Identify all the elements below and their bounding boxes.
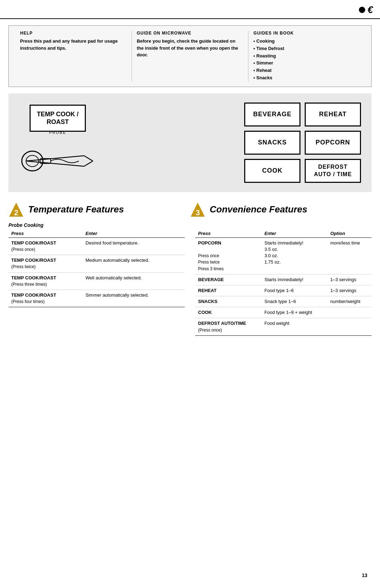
press-cell: TEMP COOK/ROAST (Press once) (8, 237, 83, 255)
pad-left: TEMP COOK /ROAST PROBE (19, 105, 96, 180)
press-cell: BEVERAGE (195, 274, 262, 285)
option-cell: 1–3 servings (328, 285, 372, 296)
press-header: Press (8, 229, 83, 238)
beverage-button[interactable]: BEVERAGE (244, 103, 300, 126)
guide-microwave-title: GUIDE ON MICROWAVE (137, 31, 243, 36)
section2-header: 2 Temperature Features (8, 198, 190, 219)
enter-cell: Starts immediately! 3.5 oz. 3.0 oz. 1.75… (262, 237, 328, 274)
cook-button[interactable]: COOK (244, 159, 300, 183)
press-sub: (Press once) (198, 328, 222, 333)
svg-line-0 (26, 156, 84, 161)
logo-dot (359, 7, 365, 13)
table-row: TEMP COOK/ROAST (Press once) Desired foo… (8, 237, 185, 255)
svg-line-3 (84, 161, 93, 166)
reheat-button[interactable]: REHEAT (305, 103, 361, 126)
press-cell: REHEAT (195, 285, 262, 296)
section3-header: 3 Convenience Features (190, 198, 372, 219)
press-cell: POPCORN Press once Press twice Press 3 t… (195, 237, 262, 274)
help-title: HELP (20, 31, 127, 36)
temp-cook-button[interactable]: TEMP COOK /ROAST (30, 105, 86, 132)
option-header: Option (328, 229, 372, 238)
table-row: BEVERAGE Starts immediately! 1–3 serving… (195, 274, 372, 285)
enter-cell: Well automatically selected. (83, 272, 185, 290)
press-sub: (Press once) (11, 247, 35, 252)
enter-cell: Desired food temperature. (83, 237, 185, 255)
enter-cell: Food weight (262, 318, 328, 335)
page-number: 13 (362, 572, 367, 578)
list-item: Time Defrost (253, 45, 360, 52)
defrost-button[interactable]: DEFROSTAUTO / TIME (305, 159, 361, 183)
logo: € (359, 4, 373, 16)
guide-microwave-text: Before you begin, check the guide locate… (137, 38, 243, 58)
sections-row: 2 Temperature Features 3 Convenience Fea… (8, 198, 372, 219)
list-item: Simmer (253, 60, 360, 67)
press-twice: Press twice (198, 260, 220, 265)
guides-book-col: GUIDES IN BOOK Cooking Time Defrost Roas… (248, 31, 365, 82)
svg-text:2: 2 (14, 208, 18, 217)
section3-number-container: 3 (190, 202, 205, 217)
svg-line-2 (84, 156, 93, 161)
enter-cell: Snack type 1–6 (262, 296, 328, 307)
probe-cooking-section: Probe Cooking Press Enter TEMP COOK/ROAS… (8, 222, 185, 308)
enter-header: Enter (83, 229, 185, 238)
option-cell: number/weight (328, 296, 372, 307)
option-cell: 1–3 servings (328, 274, 372, 285)
press-cell: TEMP COOK/ROAST (Press twice) (8, 255, 83, 272)
help-text: Press this pad and any feature pad for u… (20, 38, 127, 51)
enter-cell: Simmer automatically selected. (83, 290, 185, 307)
option-cell (328, 318, 372, 335)
top-bar: € (0, 0, 380, 19)
press-header: Press (195, 229, 262, 238)
feature-panel: TEMP COOK /ROAST PROBE BEVERAGE (8, 93, 372, 192)
table-row: TEMP COOK/ROAST (Press four times) Simme… (8, 290, 185, 307)
convenience-section: Convenience Features Press Enter Option … (195, 222, 372, 336)
option-cell: more/less time (328, 237, 372, 274)
table-row: TEMP COOK/ROAST (Press three times) Well… (8, 272, 185, 290)
enter-cell: Starts immediately! (262, 274, 328, 285)
tables-row: Probe Cooking Press Enter TEMP COOK/ROAS… (8, 222, 372, 336)
section3-title: Convenience Features (210, 204, 307, 215)
press-sub: (Press three times) (11, 282, 47, 287)
list-item: Cooking (253, 38, 360, 45)
press-sub: (Press twice) (11, 264, 36, 269)
table-row: DEFROST AUTO/TIME (Press once) Food weig… (195, 318, 372, 335)
list-item: Snacks (253, 74, 360, 82)
press-cell: COOK (195, 307, 262, 318)
logo-letter: € (367, 4, 373, 16)
popcorn-button[interactable]: POPCORN (305, 131, 361, 155)
section2-title: Temperature Features (28, 204, 124, 215)
info-box: HELP Press this pad and any feature pad … (8, 25, 372, 87)
press-sub: (Press four times) (11, 299, 45, 304)
section2-number-container: 2 (8, 202, 24, 217)
help-col: HELP Press this pad and any feature pad … (15, 31, 132, 82)
button-grid: BEVERAGE REHEAT SNACKS POPCORN COOK DEFR… (244, 103, 361, 183)
press-3times: Press 3 times (198, 266, 224, 271)
probe-label: PROBE (49, 130, 66, 135)
table-row: SNACKS Snack type 1–6 number/weight (195, 296, 372, 307)
probe-illustration (19, 142, 96, 180)
probe-cooking-table: Press Enter TEMP COOK/ROAST (Press once)… (8, 229, 185, 308)
guide-microwave-col: GUIDE ON MICROWAVE Before you begin, che… (132, 31, 249, 82)
guides-book-title: GUIDES IN BOOK (253, 31, 360, 36)
press-cell: SNACKS (195, 296, 262, 307)
table-row: POPCORN Press once Press twice Press 3 t… (195, 237, 372, 274)
probe-cooking-title: Probe Cooking (8, 222, 185, 228)
enter-cell: Food type 1–6 (262, 285, 328, 296)
enter-cell: Medium automatically selected. (83, 255, 185, 272)
list-item: Reheat (253, 67, 360, 74)
option-cell (328, 307, 372, 318)
press-cell: TEMP COOK/ROAST (Press four times) (8, 290, 83, 307)
list-item: Roasting (253, 52, 360, 60)
press-cell: DEFROST AUTO/TIME (Press once) (195, 318, 262, 335)
enter-cell: Food type 1–9 + weight (262, 307, 328, 318)
convenience-table: Press Enter Option POPCORN Press once Pr… (195, 229, 372, 336)
snacks-button[interactable]: SNACKS (244, 131, 300, 155)
table-row: COOK Food type 1–9 + weight (195, 307, 372, 318)
svg-text:3: 3 (196, 208, 200, 217)
svg-line-1 (26, 161, 84, 166)
press-cell: TEMP COOK/ROAST (Press three times) (8, 272, 83, 290)
table-row: TEMP COOK/ROAST (Press twice) Medium aut… (8, 255, 185, 272)
press-once: Press once (198, 253, 219, 258)
guides-book-list: Cooking Time Defrost Roasting Simmer Reh… (253, 38, 360, 82)
enter-header: Enter (262, 229, 328, 238)
